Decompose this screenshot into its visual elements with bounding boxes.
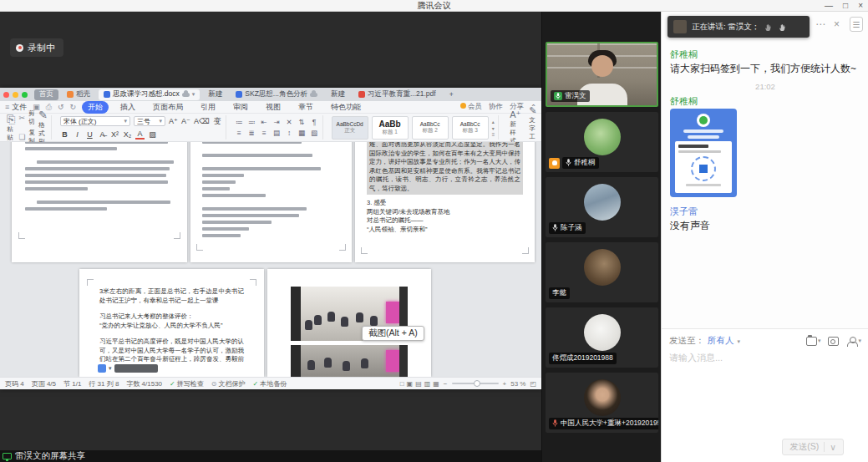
participant-tile[interactable]: 中国人民大学+重琳+2019201954 [546, 373, 658, 433]
tab-sheet[interactable]: SKZ思想...角色分析 [231, 89, 322, 100]
bold-button[interactable]: B [60, 130, 69, 139]
zoom-slider[interactable] [452, 383, 499, 384]
document-canvas[interactable]: 难、面对诱惑更加从容淡定而又态度坚定。我作为一名国际政治专业的学生，如何在百年未… [0, 142, 541, 377]
participant-name: 陈子涵 [561, 223, 582, 233]
menu-section[interactable]: 章节 [292, 101, 319, 114]
font-name-select[interactable]: 宋体 (正文)▾ [60, 116, 130, 126]
raise-hand-icon[interactable] [779, 23, 788, 32]
increase-font-button[interactable]: A⁺ [169, 117, 178, 125]
menu-special[interactable]: 特色功能 [325, 101, 367, 114]
clear-format-button[interactable]: A⌫ [194, 117, 210, 125]
font-color-button[interactable]: A [135, 129, 145, 140]
paste-button[interactable]: ⎘粘贴 [7, 114, 15, 142]
style-heading3[interactable]: AaBbCc标题 3 [452, 116, 489, 140]
tab-add[interactable]: + [444, 89, 459, 100]
zoom-in-button[interactable]: + [503, 380, 507, 388]
zoom-out-button[interactable]: − [444, 380, 448, 388]
panel-toggle-button[interactable]: ☰ [850, 17, 863, 32]
doc-protect-status[interactable]: ⊙文档保护 [211, 379, 246, 388]
font-size-select[interactable]: 三号▾ [134, 116, 165, 126]
minimize-button[interactable]: — [825, 0, 833, 12]
show-marks-button[interactable]: ¶ [310, 118, 319, 126]
tab-docer[interactable]: 稻壳 [62, 89, 95, 100]
undo-icon[interactable]: ↺ [58, 103, 64, 111]
subscript-button[interactable]: X₂ [123, 130, 132, 139]
message-input[interactable]: 请输入消息... [662, 347, 868, 369]
strikethrough-button[interactable]: A̶ [98, 130, 107, 139]
raise-hand-icon[interactable] [764, 23, 774, 32]
chat-history-button[interactable]: ▾ [806, 337, 821, 346]
highlight-button[interactable]: ▨ [148, 130, 157, 139]
underline-button[interactable]: U [85, 130, 94, 139]
wrap-button[interactable]: ✕ [285, 118, 294, 126]
participant-tile[interactable]: 舒稚桐 [546, 112, 658, 172]
more-button[interactable]: ⋯ [815, 18, 825, 30]
send-to-select[interactable]: 所有人 ▾ [708, 335, 740, 347]
participant-tile[interactable]: 陈子涵 [546, 177, 658, 237]
floating-paste-tool[interactable]: ▾ [98, 364, 158, 373]
participant-tile[interactable]: 佟熠成2019201988 [546, 307, 658, 368]
tab-document[interactable]: 思政课学习感想.docx▾ [99, 89, 200, 100]
menu-page-layout[interactable]: 页面布局 [147, 101, 189, 114]
align-center-button[interactable]: ≣ [247, 129, 256, 137]
style-heading2[interactable]: AaBbCc标题 2 [412, 116, 449, 140]
send-options-caret[interactable]: ∨ [830, 442, 836, 452]
justify-button[interactable]: ▤ [272, 129, 282, 137]
gallery-arrows[interactable]: ▴▾≡ [492, 119, 495, 137]
fit-page-button[interactable]: ◰ [530, 380, 536, 388]
number-list-button[interactable]: ≕ [247, 118, 256, 126]
tab-home[interactable]: 首页 [34, 89, 58, 100]
align-left-button[interactable]: ≡ [235, 129, 244, 137]
mic-muted-icon [552, 419, 558, 429]
tab-new-1[interactable]: 新建 [203, 89, 227, 100]
indent-increase-button[interactable]: ⇥ [272, 118, 282, 126]
participant-tile[interactable]: 李懿 [546, 242, 658, 302]
view-mode-buttons[interactable]: □▣▤▥▦ [398, 380, 439, 388]
close-button[interactable]: × [858, 0, 863, 12]
tab-new-2[interactable]: 新建 [326, 89, 350, 100]
menu-start[interactable]: 开始 [82, 101, 109, 114]
new-style-button[interactable]: A⁺新样式 [507, 109, 523, 145]
mention-member-button[interactable]: ▾ [846, 337, 861, 346]
chat-close-button[interactable]: × [834, 18, 840, 30]
shading-button[interactable]: ▧ [310, 129, 319, 137]
format-painter-button[interactable]: ✎格式刷 [38, 109, 48, 146]
tab-pdf[interactable]: 习近平教育重...21.pdf [353, 89, 441, 100]
redo-icon[interactable]: ↻ [70, 103, 77, 111]
image-button[interactable] [828, 337, 839, 346]
menu-insert[interactable]: 插入 [114, 101, 141, 114]
superscript-button[interactable]: X² [110, 130, 119, 139]
borders-button[interactable]: ▦ [297, 129, 307, 137]
status-word-count[interactable]: 字数 4/1530 [126, 379, 162, 388]
indent-decrease-button[interactable]: ⇤ [260, 118, 269, 126]
recording-label: 录制中 [28, 42, 55, 54]
screenshot-tooltip: 截图(Alt + A) [362, 326, 424, 341]
decrease-font-button[interactable]: A⁻ [181, 117, 190, 125]
doc-line: “人民领袖、亲切亲和” [367, 226, 523, 235]
align-right-button[interactable]: ≡ [260, 129, 269, 137]
cut-button[interactable]: ✂剪切 [18, 109, 35, 126]
doc-page-1 [12, 142, 187, 262]
pencil-icon: ✎ [529, 105, 536, 115]
collaborate-button[interactable]: 协作 [489, 102, 503, 112]
maximize-button[interactable]: □ [843, 0, 848, 12]
menu-references[interactable]: 引用 [195, 101, 221, 114]
style-heading1[interactable]: AaBb标题 1 [372, 116, 409, 140]
italic-button[interactable]: I [73, 130, 82, 139]
backup-status[interactable]: ✓本地备份 [252, 379, 287, 388]
zoom-level[interactable]: 53 % [510, 380, 525, 388]
sort-button[interactable]: ⇅ [297, 118, 307, 126]
send-button[interactable]: 发送(S) ∨ [782, 439, 844, 455]
menu-review[interactable]: 审阅 [227, 101, 254, 114]
participant-tile-video[interactable]: 雷淏文 [546, 42, 658, 107]
miniprogram-card[interactable] [670, 109, 737, 197]
spellcheck-status[interactable]: ✓拼写检查 [170, 379, 204, 388]
line-spacing-button[interactable]: ↕ [285, 129, 294, 137]
menu-view[interactable]: 视图 [260, 101, 287, 114]
paste-option-icon [98, 364, 106, 373]
pinyin-button[interactable]: 变 [213, 116, 222, 127]
style-normal[interactable]: AaBbCcDd正文 [332, 116, 368, 140]
member-button[interactable]: 会员 [460, 102, 482, 112]
traffic-lights[interactable] [3, 92, 28, 98]
bullet-list-button[interactable]: ≔ [235, 118, 244, 126]
